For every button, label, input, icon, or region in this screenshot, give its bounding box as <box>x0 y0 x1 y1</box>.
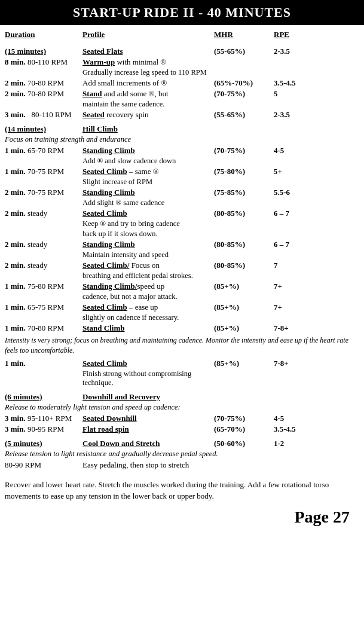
mhr-2min-steady-1: (80-85%) <box>214 209 274 218</box>
sub2-text-2min-steady-1: back up if it slows down. <box>82 230 214 239</box>
sub-1min-65-75: slightly on cadence if necessary. <box>5 313 354 322</box>
row-80-90: 80-90 RPM Easy pedaling, then stop to st… <box>5 460 354 470</box>
mhr-2min-1: (65%-70%) <box>214 78 274 88</box>
section1-mhr: (55-65%) <box>214 47 274 56</box>
rpe-1min-70-80: 7-8+ <box>274 323 322 333</box>
header-mhr: MHR <box>214 30 274 39</box>
profile-3min-90: Flat road spin <box>82 424 214 434</box>
sub-text-1min-65-70: Add ® and slow cadence down <box>82 157 214 166</box>
footer-text: Recover and lower heart rate. Stretch th… <box>5 479 354 502</box>
section2-profile-header: Hill Climb <box>82 124 214 134</box>
row-3min-95: 3 min. 95-110+ RPM Seated Downhill (70-7… <box>5 414 354 423</box>
sub-text-8min: Gradually increase leg speed to 110 RPM <box>82 68 214 77</box>
section4-mhr: (50-60%) <box>214 439 274 448</box>
profile-1min-70-75: Seated Climb – same ® <box>82 167 214 176</box>
section1-profile-header: Seated Flats <box>82 47 214 56</box>
dur-1min-final: 1 min. <box>5 359 82 368</box>
row-1min-70-75: 1 min. 70-75 RPM Seated Climb – same ® (… <box>5 167 354 176</box>
section4-header: (5 minutes) <box>5 439 82 448</box>
rpe-2min-1: 3.5-4.5 <box>274 78 322 88</box>
mhr-1min-65-70: (70-75%) <box>214 146 274 155</box>
sub-1min-70-75: Slight increase of RPM <box>5 178 354 187</box>
profile-1min-70-80: Stand Climb <box>82 323 214 333</box>
mhr-2min-2: (70-75%) <box>214 89 274 99</box>
rpe-1min-70-75: 5+ <box>274 167 322 176</box>
rpe-2min-steady-3: 7 <box>274 261 322 270</box>
dur-3min-95: 3 min. 95-110+ RPM <box>5 414 82 423</box>
mhr-1min-65-75: (85+%) <box>214 303 274 312</box>
section2-header: (14 minutes) <box>5 124 82 134</box>
sub-text-2min-70-75: Add slight ® same cadence <box>82 198 214 207</box>
section1-rpe: 2-3.5 <box>274 47 322 56</box>
dur-8min: 8 min. 80-110 RPM <box>5 57 82 67</box>
sub-1min-75-80: cadence, but not a major attack. <box>5 292 354 301</box>
page-title: START-UP RIDE II - 40 MINUTES <box>0 0 364 25</box>
dur-2min-steady-1: 2 min. steady <box>5 209 82 218</box>
sub2-2min-steady-1: back up if it slows down. <box>5 230 354 239</box>
mhr-3min-90: (65-70%) <box>214 424 274 434</box>
profile-8min: Warm-up with minimal ® <box>82 57 214 67</box>
rpe-1min-final: 7-8+ <box>274 359 322 368</box>
section2-italic-note: Focus on training strength and endurance <box>5 135 354 144</box>
sub-text-1min-75-80: cadence, but not a major attack. <box>82 292 214 301</box>
sub-text-2min-2: maintain the same cadence. <box>82 100 214 109</box>
row-2min-70-75: 2 min. 70-75 RPM Standing Climb (75-85%)… <box>5 188 354 197</box>
sub-8min: Gradually increase leg speed to 110 RPM <box>5 68 354 77</box>
profile-1min-75-80: Standing Climb/speed up <box>82 282 214 291</box>
mhr-2min-steady-2: (80-85%) <box>214 240 274 249</box>
row-3min-90: 3 min. 90-95 RPM Flat road spin (65-70%)… <box>5 424 354 434</box>
sub-text-2min-steady-2: Maintain intensity and speed <box>82 251 214 259</box>
profile-1min-final: Seated Climb <box>82 359 214 368</box>
rpe-3min: 2-3.5 <box>274 110 322 120</box>
sub-2min-2: maintain the same cadence. <box>5 100 354 109</box>
dur-3min: 3 min. 80-110 RPM <box>5 110 82 120</box>
section4-profile-header: Cool Down and Stretch <box>82 439 214 448</box>
sub-text-1min-70-75: Slight increase of RPM <box>82 178 214 187</box>
page-number: Page 27 <box>5 508 354 527</box>
mhr-1min-70-75: (75-80%) <box>214 167 274 176</box>
section4-header-row: (5 minutes) Cool Down and Stretch (50-60… <box>5 439 354 448</box>
mhr-3min: (55-65%) <box>214 110 274 120</box>
profile-2min-steady-2: Standing Climb <box>82 240 214 249</box>
mhr-2min-steady-3: (80-85%) <box>214 261 274 270</box>
sub-text-2min-steady-1: Keep ® and try to bring cadence <box>82 219 214 228</box>
header-profile: Profile <box>82 30 214 39</box>
section3-italic-note: Release to moderately light tension and … <box>5 403 354 412</box>
row-1min-70-80: 1 min. 70-80 RPM Stand Climb (85+%) 7-8+ <box>5 323 354 333</box>
profile-2min-70-75: Standing Climb <box>82 188 214 197</box>
dur-2min-2: 2 min. 70-80 RPM <box>5 89 82 99</box>
rpe-2min-70-75: 5.5-6 <box>274 188 322 197</box>
section1-header: (15 minutes) <box>5 47 82 56</box>
mhr-3min-95: (70-75%) <box>214 414 274 423</box>
dur-1min-70-75: 1 min. 70-75 RPM <box>5 167 82 176</box>
dur-2min-steady-3: 2 min. steady <box>5 261 82 270</box>
dur-1min-65-75: 1 min. 65-75 RPM <box>5 303 82 312</box>
intensity-note: Intensity is very strong; focus on breat… <box>5 335 354 356</box>
profile-2min-steady-1: Seated Climb <box>82 209 214 218</box>
mhr-2min-70-75: (75-85%) <box>214 188 274 197</box>
sub-text-1min-65-75: slightly on cadence if necessary. <box>82 313 214 322</box>
sub-2min-steady-3: breathing and efficient pedal strokes. <box>5 271 354 280</box>
sub-1min-final: Finish strong without compromising techn… <box>5 369 354 387</box>
dur-3min-90: 3 min. 90-95 RPM <box>5 424 82 434</box>
rpe-2min-2: 5 <box>274 89 322 99</box>
sub-text-1min-final: Finish strong without compromising techn… <box>82 369 214 387</box>
profile-1min-65-75: Seated Climb – ease up <box>82 303 214 312</box>
row-2min-steady-2: 2 min. steady Standing Climb (80-85%) 6 … <box>5 240 354 249</box>
row-2min-steady-3: 2 min. steady Seated Climb/ Focus on (80… <box>5 261 354 270</box>
rpe-1min-65-75: 7+ <box>274 303 322 312</box>
rpe-2min-steady-2: 6 – 7 <box>274 240 322 249</box>
profile-2min-1: Add small increments of ® <box>82 78 214 88</box>
dur-1min-75-80: 1 min. 75-80 RPM <box>5 282 82 291</box>
row-1min-75-80: 1 min. 75-80 RPM Standing Climb/speed up… <box>5 282 354 291</box>
section4-rpe: 1-2 <box>274 439 322 448</box>
row-2min-1: 2 min. 70-80 RPM Add small increments of… <box>5 78 354 88</box>
sub-2min-steady-2: Maintain intensity and speed <box>5 251 354 259</box>
row-1min-65-70: 1 min. 65-70 RPM Standing Climb (70-75%)… <box>5 146 354 155</box>
sub-2min-steady-1: Keep ® and try to bring cadence <box>5 219 354 228</box>
row-2min-steady-1: 2 min. steady Seated Climb (80-85%) 6 – … <box>5 209 354 218</box>
rpe-1min-75-80: 7+ <box>274 282 322 291</box>
mhr-1min-70-80: (85+%) <box>214 323 274 333</box>
rpe-3min-95: 4-5 <box>274 414 322 423</box>
profile-2min-steady-3: Seated Climb/ Focus on <box>82 261 214 270</box>
